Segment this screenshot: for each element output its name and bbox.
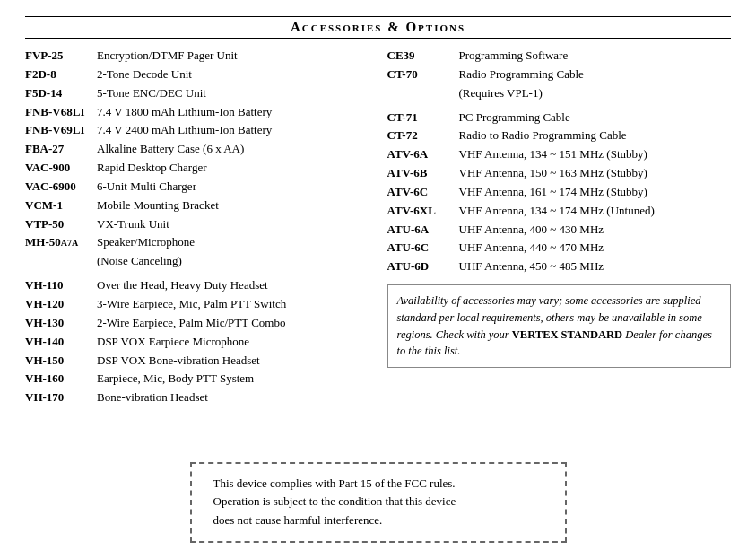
fcc-box: This device complies with Part 15 of the…	[190, 462, 567, 543]
item-code: VH-120	[25, 296, 97, 313]
item-desc: 7.4 V 1800 mAh Lithium-Ion Battery	[97, 104, 369, 121]
item-code: FNB-V68LI	[25, 104, 97, 121]
list-item: FBA-27Alkaline Battery Case (6 x AA)	[25, 141, 369, 158]
item-desc: Mobile Mounting Bracket	[97, 197, 369, 214]
item-code: F5D-14	[25, 85, 97, 102]
fcc-line3: does not cause harmful interference.	[213, 513, 383, 527]
list-item: F5D-145-Tone ENC/DEC Unit	[25, 85, 369, 102]
list-item: CE39Programming Software	[387, 48, 732, 65]
list-item: VH-110Over the Head, Heavy Duty Headset	[25, 277, 369, 294]
list-item: F2D-82-Tone Decode Unit	[25, 66, 369, 83]
list-item: VH-1302-Wire Earpiece, Palm Mic/PTT Comb…	[25, 315, 369, 332]
list-item: VH-150DSP VOX Bone-vibration Headset	[25, 353, 369, 370]
item-code: VH-140	[25, 334, 97, 351]
item-desc: Rapid Desktop Charger	[97, 160, 369, 177]
item-code: ATU-6C	[387, 240, 459, 257]
item-code: ATV-6C	[387, 184, 459, 201]
item-code: VAC-6900	[25, 179, 97, 196]
item-desc: 3-Wire Earpiece, Mic, Palm PTT Switch	[97, 296, 369, 313]
fcc-section: This device complies with Part 15 of the…	[25, 444, 731, 543]
item-desc: VHF Antenna, 161 ~ 174 MHz (Stubby)	[459, 184, 732, 201]
item-code: VH-150	[25, 353, 97, 370]
list-item: VH-160Earpiece, Mic, Body PTT System	[25, 371, 369, 388]
item-desc: VHF Antenna, 150 ~ 163 MHz (Stubby)	[459, 165, 732, 182]
item-code: F2D-8	[25, 66, 97, 83]
item-code: FVP-25	[25, 48, 97, 65]
item-desc: VX-Trunk Unit	[97, 216, 369, 233]
list-item: VH-1203-Wire Earpiece, Mic, Palm PTT Swi…	[25, 296, 369, 313]
item-desc: Radio to Radio Programming Cable	[459, 127, 732, 144]
item-desc: UHF Antenna, 400 ~ 430 MHz	[459, 222, 732, 239]
list-item: CT-71PC Programming Cable	[387, 109, 732, 127]
item-code: ATU-6D	[387, 258, 459, 275]
item-code: ATV-6B	[387, 165, 459, 182]
list-item: VH-140DSP VOX Earpiece Microphone	[25, 334, 369, 351]
main-content: FVP-25Encryption/DTMF Pager UnitF2D-82-T…	[25, 48, 731, 444]
list-item: CT-70Radio Programming Cable	[387, 66, 732, 83]
brand-name: VERTEX STANDARD	[512, 328, 622, 341]
fcc-line1: This device complies with Part 15 of the…	[213, 476, 456, 490]
list-item: CT-72Radio to Radio Programming Cable	[387, 127, 732, 144]
item-code: VAC-900	[25, 160, 97, 177]
item-code: CT-70	[387, 66, 459, 83]
item-code: VH-160	[25, 371, 97, 388]
item-desc: 7.4 V 2400 mAh Lithium-Ion Battery	[97, 122, 369, 139]
item-code: VTP-50	[25, 216, 97, 233]
item-code: FBA-27	[25, 141, 97, 158]
note-text1: Availability of accessories may vary; so…	[397, 294, 712, 357]
item-code: VH-110	[25, 277, 97, 294]
item-desc: Programming Software	[459, 48, 732, 65]
item-desc: UHF Antenna, 450 ~ 485 MHz	[459, 258, 732, 275]
item-code: MH-50A7A	[25, 234, 97, 251]
right-column: CE39Programming SoftwareCT-70Radio Progr…	[378, 48, 732, 444]
item-desc: DSP VOX Earpiece Microphone	[97, 334, 369, 351]
availability-note: Availability of accessories may vary; so…	[387, 284, 732, 368]
list-item: VH-170Bone-vibration Headset	[25, 389, 369, 406]
list-item: ATV-6CVHF Antenna, 161 ~ 174 MHz (Stubby…	[387, 184, 732, 201]
item-desc: 6-Unit Multi Charger	[97, 179, 369, 196]
item-desc: Encryption/DTMF Pager Unit	[97, 48, 369, 65]
item-code: CT-72	[387, 127, 459, 144]
item-code: VH-170	[25, 389, 97, 406]
item-desc: Over the Head, Heavy Duty Headset	[97, 277, 369, 294]
list-item: FNB-V69LI7.4 V 2400 mAh Lithium-Ion Batt…	[25, 122, 369, 139]
item-desc: 5-Tone ENC/DEC Unit	[97, 85, 369, 102]
list-item: ATV-6XLVHF Antenna, 134 ~ 174 MHz (Untun…	[387, 203, 732, 220]
item-code: ATU-6A	[387, 222, 459, 239]
list-item: FNB-V68LI7.4 V 1800 mAh Lithium-Ion Batt…	[25, 104, 369, 121]
item-desc: UHF Antenna, 440 ~ 470 MHz	[459, 240, 732, 257]
item-code: VH-130	[25, 315, 97, 332]
item-code: ATV-6A	[387, 146, 459, 163]
item-desc: Earpiece, Mic, Body PTT System	[97, 371, 369, 388]
item-desc: PC Programming Cable	[459, 109, 732, 127]
list-item: VCM-1Mobile Mounting Bracket	[25, 197, 369, 214]
item-desc: Bone-vibration Headset	[97, 389, 369, 406]
item-desc: Speaker/Microphone	[97, 234, 369, 251]
page-title: Accessories & Options	[25, 16, 731, 39]
list-item: ATV-6AVHF Antenna, 134 ~ 151 MHz (Stubby…	[387, 146, 732, 163]
item-desc: Radio Programming Cable	[459, 66, 732, 83]
list-item: VAC-900Rapid Desktop Charger	[25, 160, 369, 177]
item-desc: DSP VOX Bone-vibration Headset	[97, 353, 369, 370]
fcc-line2: Operation is subject to the condition th…	[213, 494, 456, 508]
list-item: ATU-6CUHF Antenna, 440 ~ 470 MHz	[387, 240, 732, 257]
item-indent: (Noise Canceling)	[25, 253, 369, 270]
item-desc: 2-Wire Earpiece, Palm Mic/PTT Combo	[97, 315, 369, 332]
item-code: FNB-V69LI	[25, 122, 97, 139]
item-code: VCM-1	[25, 197, 97, 214]
item-desc: VHF Antenna, 134 ~ 151 MHz (Stubby)	[459, 146, 732, 163]
item-code: CT-71	[387, 109, 459, 127]
list-item: ATU-6AUHF Antenna, 400 ~ 430 MHz	[387, 222, 732, 239]
list-item: MH-50A7ASpeaker/Microphone	[25, 234, 369, 251]
item-desc: 2-Tone Decode Unit	[97, 66, 369, 83]
page: Accessories & Options FVP-25Encryption/D…	[0, 0, 756, 559]
item-indent: (Requires VPL-1)	[387, 85, 732, 102]
left-column: FVP-25Encryption/DTMF Pager UnitF2D-82-T…	[25, 48, 378, 444]
item-code: CE39	[387, 48, 459, 65]
item-desc: VHF Antenna, 134 ~ 174 MHz (Untuned)	[459, 203, 732, 220]
item-desc: Alkaline Battery Case (6 x AA)	[97, 141, 369, 158]
list-item: VTP-50VX-Trunk Unit	[25, 216, 369, 233]
list-item: VAC-69006-Unit Multi Charger	[25, 179, 369, 196]
item-code: ATV-6XL	[387, 203, 459, 220]
list-item: FVP-25Encryption/DTMF Pager Unit	[25, 48, 369, 65]
